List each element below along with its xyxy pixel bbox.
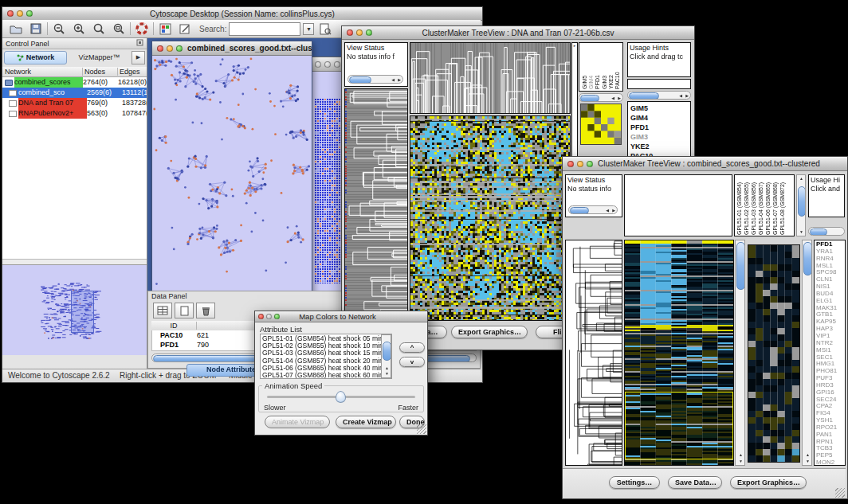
resize-grip[interactable] [835,488,845,498]
move-down-button[interactable]: v [399,357,425,367]
global-heatmap-panel[interactable] [410,115,571,321]
close-button[interactable] [157,45,163,52]
attribute-list-vscrollbar[interactable]: ▲ ▼ [381,334,391,378]
global-heatmap[interactable] [410,116,570,320]
scroll-left-icon[interactable]: ◀ [606,209,609,213]
zoom-heatmap-panel[interactable] [748,244,800,463]
scroll-up-icon[interactable]: ▲ [385,366,389,370]
treeview-clustered-titlebar[interactable]: ClusterMaker TreeView : combined_scores_… [563,157,847,171]
gene-label[interactable]: GIM5 [630,104,688,113]
zoom-button[interactable] [26,10,33,17]
new-attribute-icon[interactable] [175,303,194,318]
float-panel-icon[interactable] [136,39,143,48]
minimize-button[interactable] [356,29,363,36]
column-label[interactable]: GIM4 [588,45,594,89]
scroll-down-icon[interactable]: ▼ [739,459,743,463]
network-view-frame[interactable]: combined_scores_good.txt--cluste... [151,41,312,297]
network-row[interactable]: DNA and Tran 07 769(0) 183728(0) [2,98,147,108]
gene-label[interactable]: YKE2 [630,142,688,151]
scroll-left-icon[interactable]: ◀ [391,78,395,82]
search-index-icon[interactable] [316,21,334,37]
column-label[interactable]: GPL51-01 (GSM854) [736,176,743,235]
scrollbar-thumb[interactable] [736,242,745,290]
network-row[interactable]: combined_scores 2764(0) 16218(0) [2,77,147,88]
col-edges[interactable]: Edges [118,68,147,76]
grid-view-icon[interactable] [153,303,172,318]
create-vizmap-button[interactable]: Create Vizmap [336,416,396,428]
scrollbar-thumb[interactable] [580,95,599,102]
usage-hints-hscrollbar[interactable] [808,227,845,236]
view-status-hscrollbar[interactable]: ◀ ▶ [568,205,618,214]
tab-vizmapper[interactable]: VizMapper™ [69,53,130,61]
minimize-button[interactable] [17,10,23,17]
zoom-button[interactable] [334,61,340,68]
zoom-button[interactable] [176,45,183,52]
scroll-up-icon[interactable]: ▲ [739,453,743,457]
export-graphics-button[interactable]: Export Graphics… [730,476,807,489]
scroll-right-icon[interactable]: ▶ [618,96,621,100]
animate-vizmap-button[interactable]: Animate Vizmap [265,416,330,428]
column-label[interactable]: YKE2 [608,45,614,89]
scroll-left-icon[interactable]: ◀ [611,96,614,100]
minimize-button[interactable] [266,314,272,319]
gene-label[interactable]: GIM4 [630,113,688,123]
scroll-down-icon[interactable]: ▼ [799,230,803,234]
close-button[interactable] [258,314,264,319]
search-dropdown-icon[interactable]: ▼ [303,23,314,35]
column-labels-vscrollbar[interactable]: ▲ ▼ [796,174,806,236]
row-dendrogram-panel[interactable] [344,88,408,321]
vizmapper-icon[interactable] [156,21,174,37]
attribute-item[interactable]: GPL51-07 (GSM868) heat shock 60 min [262,372,390,379]
close-button[interactable] [315,61,321,68]
overview-divider[interactable] [2,259,147,264]
gene-label[interactable]: MON2 [816,459,843,466]
tab-network[interactable]: Network [4,51,67,64]
zoom-labels-hscrollbar[interactable]: ◀ ▶ [579,93,623,102]
save-data-button[interactable]: Save Data… [668,476,722,489]
close-button[interactable] [567,161,574,167]
zoom-heatmap[interactable] [748,245,799,462]
close-button[interactable] [347,29,353,36]
scroll-down-icon[interactable]: ▼ [385,372,389,376]
col-network[interactable]: Network [2,68,83,76]
col-nodes[interactable]: Nodes [83,68,118,76]
column-label[interactable]: GPL51-08 (GSM872) [779,176,786,235]
network-graph-view[interactable] [152,56,310,295]
scrollbar-thumb[interactable] [570,207,589,214]
zoom-button[interactable] [274,314,280,319]
zoom-fit-icon[interactable] [110,21,128,37]
gene-label[interactable]: GIM3 [630,132,688,142]
export-graphics-button[interactable]: Export Graphics… [451,326,528,338]
scroll-right-icon[interactable]: ▶ [612,209,615,213]
attribute-item[interactable]: GPL51-01 (GSM854) heat shock 05 min [262,335,390,342]
tab-overflow-arrow-icon[interactable]: ▶ [132,51,145,64]
global-heatmap-panel[interactable] [624,240,734,466]
delete-attribute-icon[interactable] [196,303,215,318]
column-label[interactable]: GIM3 [602,45,607,89]
network-row[interactable]: combined_sco 2569(6) 13112(15) [2,88,147,98]
scroll-right-icon[interactable]: ▶ [398,78,401,82]
scroll-up-icon[interactable]: ▲ [799,177,803,181]
network-overview-thumbnail[interactable] [2,265,144,354]
row-dendrogram[interactable] [566,240,622,465]
move-up-button[interactable]: ^ [399,342,425,353]
column-label[interactable]: GPL51-04 (GSM857) [758,176,764,235]
column-label[interactable]: GPL51-07 (GSM868) [772,176,779,235]
minimize-button[interactable] [577,161,583,167]
id-column-header[interactable]: ID [151,322,197,330]
scroll-left-icon[interactable]: ◀ [679,94,682,98]
zoom-out-icon[interactable] [50,21,68,37]
zoom-button[interactable] [587,161,593,167]
network-row[interactable]: RNAPuberNov2+ 563(0) 107847(0) [2,108,147,119]
network-view-titlebar[interactable]: combined_scores_good.txt--cluste... [152,41,312,56]
scrollbar-thumb[interactable] [383,342,391,361]
zoom-vscrollbar[interactable]: ▲ ▼ [802,240,812,466]
scroll-down-icon[interactable]: ▼ [806,459,810,463]
column-label[interactable]: GIM5 [582,45,587,89]
annotation-icon[interactable] [176,21,194,37]
settings-button[interactable]: Settings… [609,476,660,489]
close-button[interactable] [7,10,14,17]
minimize-button[interactable] [167,45,173,52]
attribute-item[interactable]: GPL51-02 (GSM855) heat shock 10 min [262,342,390,350]
gene-labels-hscrollbar[interactable]: ◀ ▶ [627,91,691,100]
